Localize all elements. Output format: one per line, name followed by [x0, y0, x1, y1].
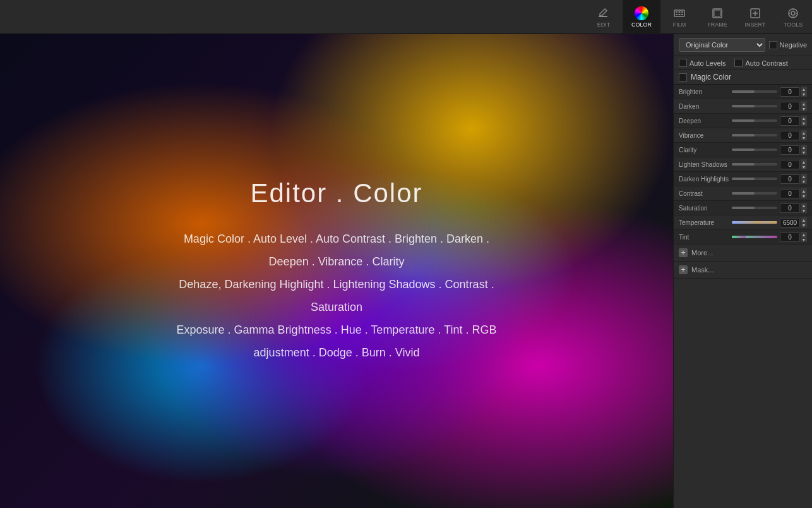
- spinner-down-10[interactable]: ▼: [801, 237, 807, 242]
- spinner-up-6[interactable]: ▲: [801, 174, 807, 179]
- spinner-down-3[interactable]: ▼: [801, 135, 807, 140]
- slider-label-7: Contrast: [679, 190, 729, 197]
- slider-label-6: Darken Highlights: [679, 176, 729, 183]
- auto-contrast-label: Auto Contrast: [745, 59, 787, 67]
- canvas-area: Editor . Color Magic Color . Auto Level …: [0, 34, 673, 508]
- svg-rect-5: [676, 14, 678, 15]
- slider-row-saturation: Saturation ▲ ▼: [674, 201, 812, 215]
- spinner-0: ▲ ▼: [801, 87, 807, 97]
- slider-track-5[interactable]: [732, 163, 777, 166]
- spinner-up-8[interactable]: ▲: [801, 203, 807, 208]
- spinner-up-0[interactable]: ▲: [801, 87, 807, 92]
- color-tool-btn[interactable]: COLOR: [623, 0, 660, 34]
- svg-point-14: [791, 11, 795, 15]
- slider-label-1: Darken: [679, 103, 729, 110]
- more-btn[interactable]: + More...: [674, 245, 812, 262]
- auto-levels-row: Auto Levels: [679, 59, 725, 67]
- svg-rect-4: [681, 11, 683, 13]
- slider-track-7[interactable]: [732, 192, 777, 195]
- spinner-down-0[interactable]: ▼: [801, 92, 807, 97]
- slider-value-5[interactable]: [780, 160, 800, 169]
- spinner-down-1[interactable]: ▼: [801, 106, 807, 111]
- svg-point-13: [789, 9, 797, 18]
- slider-label-9: Temperature: [679, 219, 729, 226]
- slider-value-1[interactable]: [780, 102, 800, 111]
- film-icon: [672, 6, 686, 20]
- slider-track-6[interactable]: [732, 178, 777, 180]
- slider-track-8[interactable]: [732, 207, 777, 209]
- spinner-up-9[interactable]: ▲: [801, 217, 807, 222]
- svg-rect-1: [674, 10, 684, 16]
- svg-rect-6: [679, 14, 681, 15]
- spinner-down-9[interactable]: ▼: [801, 222, 807, 227]
- slider-row-vibrance: Vibrance ▲ ▼: [674, 128, 812, 143]
- spinner-down-4[interactable]: ▼: [801, 150, 807, 155]
- spinner-up-1[interactable]: ▲: [801, 101, 807, 106]
- mask-label: Mask...: [691, 266, 713, 274]
- insert-tool-btn[interactable]: INSERT: [736, 0, 774, 34]
- spinner-down-5[interactable]: ▼: [801, 164, 807, 169]
- slider-value-2[interactable]: [780, 116, 800, 126]
- spinner-down-7[interactable]: ▼: [801, 193, 807, 198]
- spinner-10: ▲ ▼: [801, 232, 807, 242]
- spinner-1: ▲ ▼: [801, 101, 807, 111]
- edit-tool-btn[interactable]: EDIT: [585, 0, 623, 34]
- slider-track-0[interactable]: [732, 90, 777, 93]
- slider-track-2[interactable]: [732, 119, 777, 122]
- slider-row-temperature: Temperature ▲ ▼: [674, 215, 812, 230]
- color-mode-select[interactable]: Original Color Vivid Soft Matte: [679, 38, 765, 52]
- spinner-4: ▲ ▼: [801, 145, 807, 155]
- slider-track-1[interactable]: [732, 105, 777, 107]
- slider-value-8[interactable]: [780, 203, 800, 213]
- mask-plus-icon: +: [679, 265, 688, 274]
- slider-value-3[interactable]: [780, 131, 800, 140]
- right-panel: Original Color Vivid Soft Matte Negative…: [673, 34, 812, 508]
- auto-contrast-checkbox[interactable]: [734, 59, 743, 67]
- slider-row-darken: Darken ▲ ▼: [674, 99, 812, 114]
- negative-checkbox[interactable]: [769, 41, 777, 49]
- spinner-down-6[interactable]: ▼: [801, 179, 807, 184]
- slider-value-4[interactable]: [780, 145, 800, 155]
- film-tool-btn[interactable]: FILM: [660, 0, 698, 34]
- auto-contrast-row: Auto Contrast: [734, 59, 787, 67]
- spinner-up-5[interactable]: ▲: [801, 159, 807, 164]
- slider-value-0[interactable]: [780, 87, 800, 97]
- more-label: More...: [691, 249, 713, 257]
- slider-label-0: Brighten: [679, 88, 729, 95]
- spinner-down-2[interactable]: ▼: [801, 121, 807, 126]
- canvas-background: [0, 34, 673, 508]
- spinner-up-7[interactable]: ▲: [801, 188, 807, 193]
- svg-rect-7: [681, 14, 683, 15]
- spinner-6: ▲ ▼: [801, 174, 807, 184]
- slider-track-10[interactable]: [732, 236, 777, 238]
- slider-value-10[interactable]: [780, 233, 800, 242]
- spinner-9: ▲ ▼: [801, 217, 807, 227]
- slider-label-5: Lighten Shadows: [679, 161, 729, 168]
- slider-value-7[interactable]: [780, 189, 800, 198]
- slider-label-4: Clarity: [679, 147, 729, 154]
- spinner-up-4[interactable]: ▲: [801, 145, 807, 150]
- slider-label-10: Tint: [679, 234, 729, 241]
- slider-track-3[interactable]: [732, 134, 777, 136]
- tools-icon: [786, 6, 800, 20]
- color-mode-row: Original Color Vivid Soft Matte Negative: [674, 34, 812, 56]
- spinner-8: ▲ ▼: [801, 203, 807, 213]
- spinner-up-2[interactable]: ▲: [801, 116, 807, 121]
- slider-track-9[interactable]: [732, 221, 777, 224]
- mask-btn[interactable]: + Mask...: [674, 262, 812, 279]
- spinner-down-8[interactable]: ▼: [801, 208, 807, 213]
- magic-color-checkbox[interactable]: [679, 73, 687, 82]
- slider-row-lighten-shadows: Lighten Shadows ▲ ▼: [674, 157, 812, 172]
- tools-tool-btn[interactable]: TOOLS: [774, 0, 812, 34]
- slider-value-9[interactable]: [780, 218, 800, 227]
- spinner-up-3[interactable]: ▲: [801, 130, 807, 135]
- negative-checkbox-row: Negative: [769, 41, 807, 49]
- slider-value-6[interactable]: [780, 174, 800, 184]
- auto-levels-checkbox[interactable]: [679, 59, 687, 67]
- slider-track-4[interactable]: [732, 148, 777, 151]
- magic-color-row: Magic Color: [674, 70, 812, 85]
- svg-rect-3: [679, 11, 681, 13]
- frame-tool-btn[interactable]: FRAME: [698, 0, 736, 34]
- spinner-up-10[interactable]: ▲: [801, 232, 807, 237]
- spinner-7: ▲ ▼: [801, 188, 807, 198]
